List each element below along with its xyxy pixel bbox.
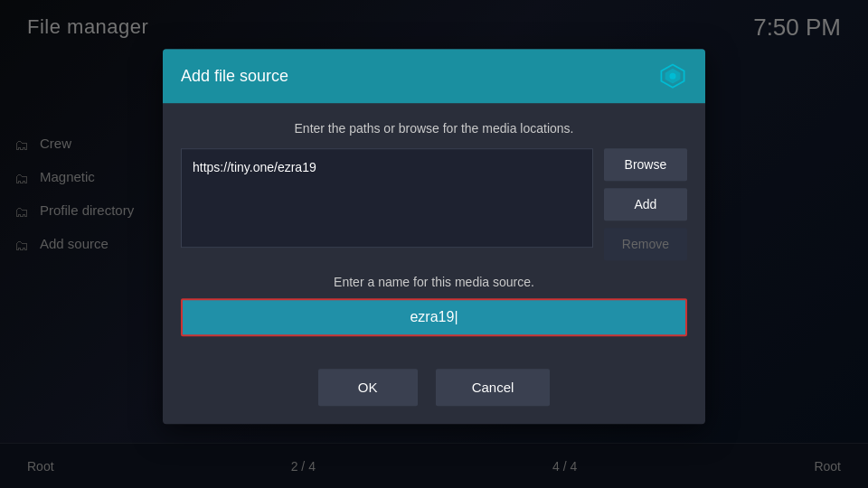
dialog-title: Add file source (181, 67, 288, 86)
source-url: https://tiny.one/ezra19 (193, 160, 316, 174)
name-input[interactable] (181, 298, 687, 336)
add-file-source-dialog: Add file source Enter the paths or brows… (163, 49, 705, 424)
ok-button[interactable]: OK (318, 369, 418, 406)
source-buttons: Browse Add Remove (604, 148, 687, 260)
name-instruction: Enter a name for this media source. (181, 275, 687, 289)
cancel-button[interactable]: Cancel (436, 369, 551, 406)
dialog-instruction: Enter the paths or browse for the media … (181, 121, 687, 136)
browse-button[interactable]: Browse (604, 148, 687, 181)
dialog-footer: OK Cancel (163, 354, 705, 424)
name-input-wrapper (181, 298, 687, 336)
source-input-area[interactable]: https://tiny.one/ezra19 (181, 148, 593, 248)
remove-button[interactable]: Remove (604, 228, 687, 260)
kodi-logo (658, 61, 687, 90)
svg-point-2 (670, 73, 676, 80)
dialog-header: Add file source (163, 49, 705, 103)
dialog-body: Enter the paths or browse for the media … (163, 103, 705, 354)
add-button[interactable]: Add (604, 188, 687, 221)
source-row: https://tiny.one/ezra19 Browse Add Remov… (181, 148, 687, 260)
